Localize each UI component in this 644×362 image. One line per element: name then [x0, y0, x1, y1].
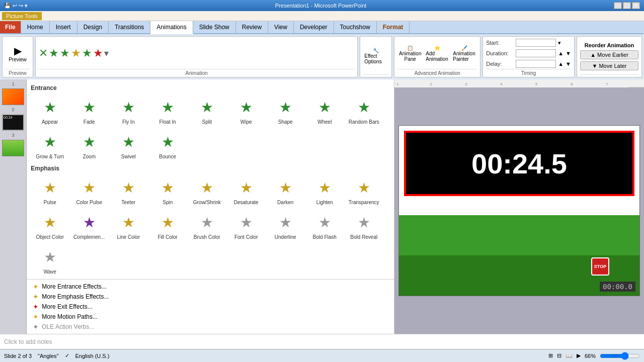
more-entrance-label: More Entrance Effects... [42, 283, 107, 290]
anim-swivel-entrance[interactable]: ★ Swivel [109, 128, 147, 162]
zoom-slider[interactable] [600, 352, 640, 360]
tab-touchshow[interactable]: Touchshow [334, 21, 377, 33]
start-input[interactable] [516, 39, 556, 47]
anim-spin[interactable]: ★ Spin [148, 174, 187, 208]
anim-wave[interactable]: ★ Wave [31, 243, 69, 277]
anim-objectcolor[interactable]: ★ Object Color [31, 209, 69, 242]
animation-gallery-scroll[interactable]: ▾ [104, 48, 109, 59]
spin-icon: ★ [156, 176, 179, 199]
anim-linecolor[interactable]: ★ Line Color [109, 209, 147, 242]
fontcolor-icon: ★ [235, 211, 257, 233]
tab-slideshow[interactable]: Slide Show [193, 21, 236, 33]
window-controls[interactable]: ─ □ ✕ [614, 2, 640, 9]
anim-lighten[interactable]: ★ Lighten [305, 174, 344, 208]
start-dropdown[interactable]: ▾ [558, 40, 561, 46]
anim-star-flyin[interactable]: ★ [82, 47, 92, 60]
bounce-entrance-icon: ★ [156, 131, 179, 153]
notes-area[interactable]: Click to add notes [0, 334, 644, 349]
tab-developer[interactable]: Developer [294, 21, 334, 33]
tab-animations[interactable]: Animations [150, 21, 193, 34]
anim-split-entrance[interactable]: ★ Split [188, 94, 226, 127]
ole-action-verbs[interactable]: ✦ OLE Action Verbs... [31, 322, 390, 332]
anim-fontcolor[interactable]: ★ Font Color [227, 209, 265, 242]
duration-down[interactable]: ▼ [566, 50, 571, 56]
effect-options-button[interactable]: 🔧 Effect Options [363, 47, 388, 65]
anim-growshrink[interactable]: ★ Grow/Shrink [188, 174, 226, 208]
flyin-icon: ★ [117, 96, 139, 118]
animation-painter-button[interactable]: 🖌️ Animation Painter [452, 44, 477, 63]
tab-design[interactable]: Design [77, 21, 109, 33]
tab-home[interactable]: Home [21, 21, 50, 33]
tab-view[interactable]: View [268, 21, 294, 33]
delay-up[interactable]: ▲ [558, 61, 564, 67]
slide-container: 00:24.5 STOP 00:00.0 [398, 125, 640, 296]
anim-star-emphasis[interactable]: ★ [71, 47, 81, 60]
view-reading-icon[interactable]: 📖 [566, 352, 573, 359]
slide-info: Slide 2 of 3 [4, 353, 32, 359]
anim-appear[interactable]: ★ Appear [31, 94, 69, 127]
slide-thumb-3[interactable] [2, 140, 24, 156]
view-slide-sorter-icon[interactable]: ⊟ [557, 352, 561, 359]
slide-thumb-1[interactable] [2, 88, 24, 105]
anim-star-appear[interactable]: ★ [49, 47, 59, 60]
animation-pane-icon: 📋 [407, 45, 413, 51]
anim-teeter[interactable]: ★ Teeter [109, 174, 147, 208]
duration-up[interactable]: ▲ [558, 50, 564, 56]
anim-transparency[interactable]: ★ Transparency [345, 174, 383, 208]
anim-desaturate[interactable]: ★ Desaturate [227, 174, 265, 208]
anim-star-fade[interactable]: ★ [60, 47, 70, 60]
add-animation-button[interactable]: ⭐ Add Animation [425, 44, 450, 63]
delay-input[interactable] [516, 60, 556, 68]
anim-randombars-entrance[interactable]: ★ Random Bars [345, 94, 383, 127]
fontcolor-label: Font Color [234, 234, 258, 240]
anim-star-none[interactable]: ✕ [39, 47, 48, 60]
anim-darken[interactable]: ★ Darken [266, 174, 304, 208]
linecolor-label: Line Color [117, 234, 140, 240]
anim-complement[interactable]: ★ Complemen... [70, 209, 108, 242]
growshrink-label: Grow/Shrink [193, 200, 221, 205]
anim-fillcolor[interactable]: ★ Fill Color [148, 209, 187, 242]
anim-colorpulse[interactable]: ★ Color Pulse [70, 174, 108, 208]
animation-pane-button[interactable]: 📋 Animation Pane [397, 44, 423, 63]
more-exit-effects[interactable]: ✦ More Exit Effects... [31, 302, 390, 312]
tab-review[interactable]: Review [236, 21, 268, 33]
tab-transitions[interactable]: Transitions [109, 21, 150, 33]
anim-wheel-entrance[interactable]: ★ Wheel [305, 94, 344, 127]
preview-label: Preview [9, 57, 27, 62]
slide-thumb-2[interactable]: 00:24 [2, 114, 24, 131]
randombars-entrance-label: Random Bars [349, 119, 379, 125]
tab-file[interactable]: File [0, 21, 21, 33]
anim-wipe-entrance[interactable]: ★ Wipe [227, 94, 265, 127]
anim-flyin[interactable]: ★ Fly In [109, 94, 147, 127]
animation-scroll-area[interactable]: Entrance ★ Appear ★ Fade ★ Fly In ★ Floa… [27, 79, 394, 279]
maximize-button[interactable]: □ [623, 2, 631, 9]
view-normal-icon[interactable]: ⊞ [548, 352, 553, 359]
move-later-button[interactable]: ▼ Move Later [580, 61, 638, 70]
anim-brushcolor[interactable]: ★ Brush Color [188, 209, 226, 242]
anim-star-exit[interactable]: ★ [93, 47, 103, 60]
tab-format[interactable]: Format [377, 21, 410, 33]
close-button[interactable]: ✕ [632, 2, 640, 9]
more-motion-paths[interactable]: ✦ More Motion Paths... [31, 312, 390, 322]
tab-insert[interactable]: Insert [50, 21, 77, 33]
anim-bounce-entrance[interactable]: ★ Bounce [148, 128, 187, 162]
duration-input[interactable] [516, 49, 556, 57]
anim-zoom-entrance[interactable]: ★ Zoom [70, 128, 108, 162]
view-presentation-icon[interactable]: ▶ [577, 352, 581, 359]
move-earlier-button[interactable]: ▲ Move Earlier [580, 50, 638, 59]
anim-boldreveal[interactable]: ★ Bold Reveal [345, 209, 383, 242]
anim-underline[interactable]: ★ Underline [266, 209, 304, 242]
anim-pulse[interactable]: ★ Pulse [31, 174, 69, 208]
check-icon: ✓ [65, 352, 69, 359]
anim-shape-entrance[interactable]: ★ Shape [266, 94, 304, 127]
delay-down[interactable]: ▼ [566, 61, 571, 67]
anim-boldflash[interactable]: ★ Bold Flash [305, 209, 344, 242]
more-entrance-effects[interactable]: ✦ More Entrance Effects... [31, 282, 390, 292]
anim-fade-entrance[interactable]: ★ Fade [70, 94, 108, 127]
more-emphasis-effects[interactable]: ✦ More Emphasis Effects... [31, 292, 390, 302]
preview-button[interactable]: ▶ Preview [6, 44, 30, 63]
anim-growturn[interactable]: ★ Grow & Turn [31, 128, 69, 162]
minimize-button[interactable]: ─ [614, 2, 622, 9]
delay-row: Delay: ▲▼ [486, 60, 571, 68]
anim-floatin[interactable]: ★ Float In [148, 94, 187, 127]
